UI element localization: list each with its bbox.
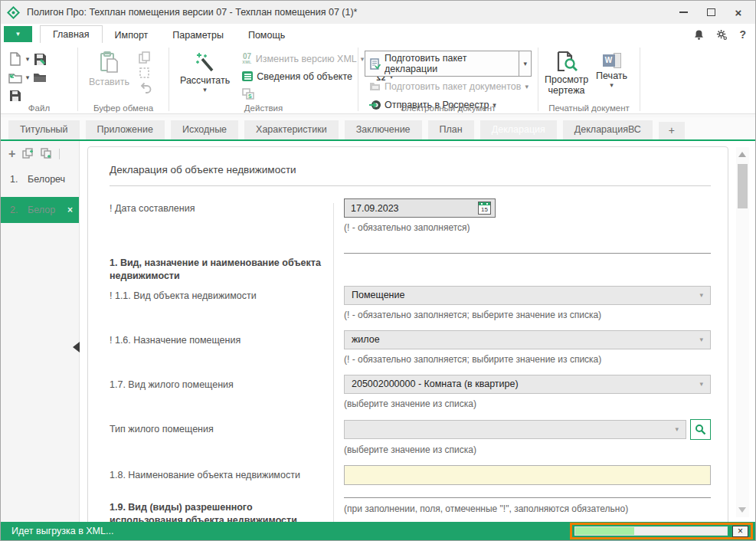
chevron-down-icon: ▾ [699, 291, 703, 299]
field-1-8-input[interactable] [344, 465, 711, 485]
field-1-7-hint: (выберите значение из списка) [344, 398, 711, 409]
doc-tab-deklaratsiya[interactable]: Декларация [480, 120, 557, 139]
date-input[interactable]: 17.09.2023 15 [344, 198, 496, 218]
date-label: ! Дата составления [110, 198, 333, 233]
copy-icon[interactable] [139, 51, 152, 64]
open-file-icon[interactable] [8, 72, 22, 84]
notifications-bell-icon[interactable] [693, 29, 705, 41]
doc-tab-zaklyuchenie[interactable]: Заключение [345, 120, 422, 139]
copy-object-button[interactable] [41, 148, 52, 159]
dwelling-type-search-button[interactable] [690, 419, 711, 440]
main-menu-button[interactable]: ▼ [4, 26, 32, 42]
doc-tab-iskhodnye[interactable]: Исходные [171, 120, 238, 139]
paste-clipboard-icon [100, 51, 119, 74]
field-1-8-label: 1.8. Наименование объекта недвижимости [110, 465, 333, 485]
cancel-export-button[interactable]: × [732, 526, 748, 537]
object-number: 2. [10, 205, 21, 215]
field-1-6-label: ! 1.6. Назначение помещения [110, 330, 333, 365]
ribbon-group-file: ▾ ▾ Файл [1, 45, 77, 113]
field-1-6-hint: (! - обязательно заполняется; выбирите з… [344, 354, 711, 365]
help-icon[interactable]: ? [739, 28, 746, 41]
field-1-9-separator [344, 497, 711, 498]
active-object-pointer [73, 342, 80, 352]
object-label: Белореч [28, 174, 65, 185]
close-object-icon[interactable]: × [67, 205, 73, 215]
add-tab-button[interactable]: + [659, 122, 685, 139]
group-label-printdoc: Печатный документ [538, 103, 640, 113]
calendar-icon[interactable]: 15 [478, 202, 491, 215]
documents-package-icon [369, 82, 381, 91]
dwelling-type-select[interactable]: ▾ [344, 420, 686, 439]
open-file-dropdown[interactable]: ▾ [26, 74, 30, 81]
field-1-6-select[interactable]: жилое ▾ [344, 330, 711, 349]
word-document-icon: W [603, 53, 621, 68]
minimize-button[interactable] [677, 6, 689, 18]
doc-tab-kharakteristiki[interactable]: Характеристики [244, 120, 339, 139]
field-1-6-value: жилое [352, 334, 380, 345]
change-xml-version-label: Изменить версию XML [256, 54, 357, 64]
ribbon-group-edoc: Подготовить пакет декларации ▾ Подготови… [358, 45, 538, 113]
close-button[interactable]: × [732, 6, 745, 18]
export-progress-bar [574, 526, 728, 536]
paste-button[interactable]: Вставить [84, 48, 134, 93]
form-title: Декларация об объекте недвижимости [110, 164, 711, 175]
ribbon-group-printdoc: Просмотр чертежа W Печать ▾ Печатный док… [538, 45, 640, 113]
prepare-declaration-dropdown[interactable]: ▾ [519, 51, 531, 76]
scroll-down-arrow[interactable] [738, 507, 746, 513]
field-1-1-select[interactable]: Помещение ▾ [344, 286, 711, 305]
new-document-dropdown[interactable]: ▾ [26, 55, 30, 63]
doc-tab-prilozhenie[interactable]: Приложение [86, 120, 165, 139]
progress-fill [575, 527, 634, 535]
prepare-declaration-label: Подготовить пакет декларации [385, 53, 514, 74]
ribbon-group-actions: Рассчитать ▾ 07XML Изменить версию XML ▾… [169, 45, 358, 113]
undo-icon[interactable] [139, 82, 152, 93]
open-folder-icon[interactable] [33, 72, 47, 83]
group-label-actions: Действия [169, 103, 358, 113]
duplicate-object-button[interactable] [22, 148, 34, 159]
ribbon-group-clipboard: Вставить Буфер обмена [78, 45, 169, 113]
tab-parametry[interactable]: Параметры [160, 27, 236, 43]
paste-special-icon[interactable] [139, 67, 152, 79]
object-item-2-active[interactable]: 2. Белор × [1, 197, 79, 223]
object-item-1[interactable]: 1. Белореч [1, 167, 79, 192]
doc-tab-plan[interactable]: План [428, 120, 474, 139]
window-title: Полигон Про: Техплан помещения версии 07… [27, 7, 358, 18]
print-label: Печать [596, 70, 627, 81]
declaration-package-icon [370, 58, 381, 70]
calculate-button[interactable]: Рассчитать ▾ [175, 48, 234, 100]
main-panel: Декларация об объекте недвижимости ! Дат… [80, 141, 755, 523]
drawing-preview-label-2: чертежа [548, 85, 585, 96]
declaration-form: Декларация об объекте недвижимости ! Дат… [87, 146, 728, 523]
add-object-button[interactable]: + [8, 149, 15, 159]
vertical-scrollbar[interactable] [736, 147, 749, 517]
prepare-declaration-button[interactable]: Подготовить пакет декларации ▾ [365, 51, 532, 77]
section1-label: 1. Вид, назначение и наименование объект… [110, 253, 333, 283]
object-info-label: Сведения об объекте [257, 71, 352, 82]
settings-gear-icon[interactable] [716, 29, 728, 41]
drawing-preview-label-1: Просмотр [545, 74, 588, 85]
scroll-up-arrow[interactable] [738, 152, 746, 157]
svg-text:S: S [248, 93, 252, 99]
save-icon[interactable] [9, 90, 21, 102]
sync-objects-icon[interactable]: S [242, 88, 255, 100]
chevron-down-icon: ▾ [699, 380, 703, 388]
save-as-icon[interactable] [34, 53, 47, 66]
field-1-1-label: ! 1.1. Вид объекта недвижимости [110, 286, 333, 320]
prepare-documents-button[interactable]: Подготовить пакет документов ▾ [365, 79, 532, 94]
object-number: 1. [10, 174, 21, 185]
doc-tab-titulny[interactable]: Титульный [8, 120, 80, 139]
drawing-preview-button[interactable]: Просмотр чертежа [545, 49, 588, 97]
tab-import[interactable]: Импорт [103, 27, 161, 43]
date-value: 17.09.2023 [351, 203, 399, 214]
scrollbar-thumb[interactable] [738, 164, 748, 208]
tab-glavnaya[interactable]: Главная [40, 25, 103, 43]
field-1-7-select[interactable]: 205002000000 - Комната (в квартире) ▾ [344, 375, 711, 394]
section1-separator [344, 253, 711, 254]
dwelling-type-label: Тип жилого помещения [110, 419, 333, 455]
doc-tab-deklaratsiyavs[interactable]: ДекларацияВС [563, 120, 653, 139]
object-info-icon [242, 71, 253, 81]
new-document-icon[interactable] [9, 52, 21, 66]
tab-pomosch[interactable]: Помощь [236, 27, 297, 43]
print-button[interactable]: W Печать ▾ [596, 49, 627, 97]
maximize-button[interactable] [705, 6, 717, 18]
